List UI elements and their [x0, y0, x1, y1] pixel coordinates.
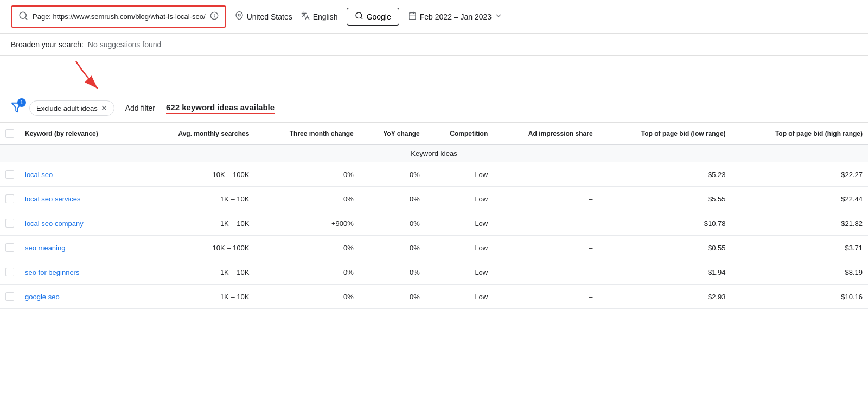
- language-filter[interactable]: English: [301, 11, 338, 22]
- table-row: seo for beginners 1K – 10K 0% 0% Low – $…: [0, 260, 868, 285]
- row-top-bid-low: $2.93: [598, 285, 731, 309]
- col-top-bid-low[interactable]: Top of page bid (low range): [598, 123, 731, 145]
- svg-point-6: [356, 12, 362, 18]
- row-yoy: 0%: [359, 187, 425, 211]
- row-avg-monthly: 1K – 10K: [141, 211, 254, 236]
- row-yoy: 0%: [359, 211, 425, 236]
- row-checkbox[interactable]: [0, 211, 20, 236]
- select-all-checkbox[interactable]: [5, 129, 14, 138]
- location-filter[interactable]: United States: [235, 11, 292, 22]
- row-three-month: 0%: [254, 260, 359, 285]
- svg-line-1: [25, 17, 27, 19]
- row-ad-impression: –: [493, 211, 598, 236]
- col-top-bid-high[interactable]: Top of page bid (high range): [731, 123, 868, 145]
- row-keyword[interactable]: local seo: [20, 162, 141, 187]
- row-checkbox[interactable]: [0, 285, 20, 309]
- search-engine-button[interactable]: Google: [347, 8, 399, 26]
- row-keyword[interactable]: google seo: [20, 285, 141, 309]
- row-top-bid-low: $0.55: [598, 236, 731, 260]
- calendar-icon: [408, 11, 417, 22]
- row-keyword[interactable]: local seo services: [20, 187, 141, 211]
- broaden-search-message: No suggestions found: [88, 40, 161, 49]
- col-checkbox: [0, 123, 20, 145]
- location-icon: [235, 11, 244, 22]
- col-yoy[interactable]: YoY change: [359, 123, 425, 145]
- row-checkbox[interactable]: [0, 236, 20, 260]
- col-ad-impression[interactable]: Ad impression share: [493, 123, 598, 145]
- col-avg-monthly[interactable]: Avg. monthly searches: [141, 123, 254, 145]
- row-three-month: 0%: [254, 236, 359, 260]
- filter-chip-label: Exclude adult ideas: [36, 104, 98, 112]
- close-icon[interactable]: ✕: [101, 104, 107, 112]
- row-yoy: 0%: [359, 236, 425, 260]
- keyword-table-container: Keyword (by relevance) Avg. monthly sear…: [0, 123, 868, 309]
- info-icon[interactable]: [210, 11, 219, 22]
- filter-icon-wrapper[interactable]: 1: [11, 102, 23, 115]
- table-row: local seo services 1K – 10K 0% 0% Low – …: [0, 187, 868, 211]
- date-range-label: Feb 2022 – Jan 2023: [420, 12, 492, 21]
- row-select-checkbox[interactable]: [5, 219, 14, 228]
- svg-rect-8: [409, 13, 416, 20]
- row-yoy: 0%: [359, 162, 425, 187]
- row-top-bid-high: $22.27: [731, 162, 868, 187]
- translate-icon: [301, 11, 310, 22]
- col-competition[interactable]: Competition: [425, 123, 493, 145]
- row-three-month: 0%: [254, 187, 359, 211]
- row-avg-monthly: 10K – 100K: [141, 236, 254, 260]
- row-top-bid-high: $3.71: [731, 236, 868, 260]
- row-select-checkbox[interactable]: [5, 194, 14, 203]
- row-select-checkbox[interactable]: [5, 170, 14, 179]
- location-label: United States: [247, 12, 292, 21]
- row-top-bid-high: $21.82: [731, 211, 868, 236]
- table-row: google seo 1K – 10K 0% 0% Low – $2.93 $1…: [0, 285, 868, 309]
- broaden-search-bar: Broaden your search: No suggestions foun…: [0, 34, 868, 56]
- date-range-picker[interactable]: Feb 2022 – Jan 2023: [408, 11, 502, 22]
- row-checkbox[interactable]: [0, 187, 20, 211]
- row-keyword[interactable]: seo for beginners: [20, 260, 141, 285]
- row-ad-impression: –: [493, 236, 598, 260]
- row-select-checkbox[interactable]: [5, 292, 14, 301]
- row-select-checkbox[interactable]: [5, 268, 14, 276]
- table-row: seo meaning 10K – 100K 0% 0% Low – $0.55…: [0, 236, 868, 260]
- row-top-bid-high: $22.44: [731, 187, 868, 211]
- row-avg-monthly: 1K – 10K: [141, 260, 254, 285]
- row-keyword[interactable]: local seo company: [20, 211, 141, 236]
- row-top-bid-high: $8.19: [731, 260, 868, 285]
- search-icon: [18, 11, 28, 22]
- row-top-bid-low: $10.78: [598, 211, 731, 236]
- row-three-month: 0%: [254, 162, 359, 187]
- row-ad-impression: –: [493, 260, 598, 285]
- row-keyword[interactable]: seo meaning: [20, 236, 141, 260]
- keyword-table: Keyword (by relevance) Avg. monthly sear…: [0, 123, 868, 309]
- svg-line-7: [361, 17, 362, 19]
- col-keyword[interactable]: Keyword (by relevance): [20, 123, 141, 145]
- row-select-checkbox[interactable]: [5, 243, 14, 252]
- row-three-month: 0%: [254, 285, 359, 309]
- section-header-row: Keyword ideas: [0, 145, 868, 162]
- add-filter-button[interactable]: Add filter: [121, 102, 159, 115]
- row-top-bid-low: $5.23: [598, 162, 731, 187]
- table-header-row: Keyword (by relevance) Avg. monthly sear…: [0, 123, 868, 145]
- language-label: English: [313, 12, 338, 21]
- row-checkbox[interactable]: [0, 260, 20, 285]
- row-ad-impression: –: [493, 285, 598, 309]
- search-engine-icon: [355, 11, 363, 22]
- row-competition: Low: [425, 162, 493, 187]
- row-checkbox[interactable]: [0, 162, 20, 187]
- row-ad-impression: –: [493, 162, 598, 187]
- broaden-search-label: Broaden your search:: [11, 40, 84, 49]
- row-ad-impression: –: [493, 187, 598, 211]
- row-three-month: +900%: [254, 211, 359, 236]
- row-competition: Low: [425, 236, 493, 260]
- row-top-bid-high: $10.16: [731, 285, 868, 309]
- search-box[interactable]: Page: https://www.semrush.com/blog/what-…: [11, 5, 226, 28]
- row-top-bid-low: $5.55: [598, 187, 731, 211]
- row-yoy: 0%: [359, 285, 425, 309]
- annotation-container: [0, 56, 868, 94]
- table-row: local seo company 1K – 10K +900% 0% Low …: [0, 211, 868, 236]
- row-avg-monthly: 10K – 100K: [141, 162, 254, 187]
- search-engine-label: Google: [367, 12, 391, 21]
- col-three-month[interactable]: Three month change: [254, 123, 359, 145]
- row-competition: Low: [425, 187, 493, 211]
- filter-chip-exclude-adult[interactable]: Exclude adult ideas ✕: [29, 100, 114, 116]
